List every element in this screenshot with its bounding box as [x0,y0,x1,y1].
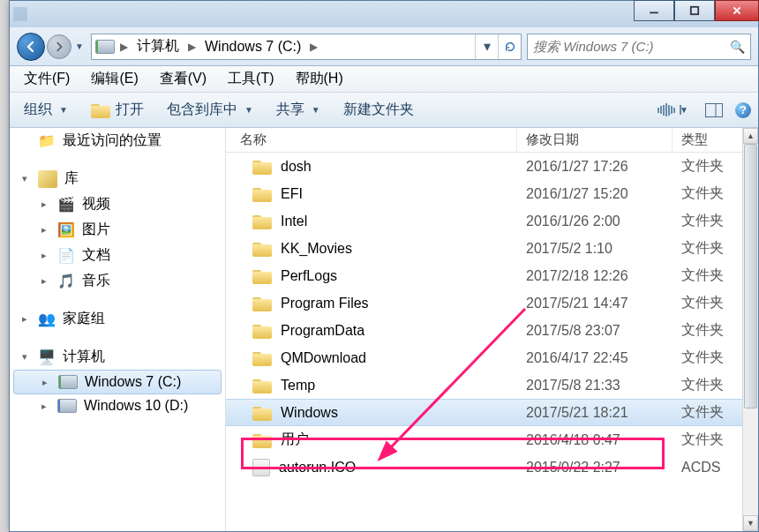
list-item[interactable]: 用户2016/4/18 0:47文件夹 [226,426,742,453]
list-item[interactable]: Windows2017/5/21 18:21文件夹 [226,399,742,426]
file-type: 文件夹 [673,239,742,258]
column-name[interactable]: 名称 [226,128,517,152]
file-name: KK_Movies [281,241,352,257]
chevron-right-icon[interactable]: ▸ [41,224,47,236]
sidebar-item-label: 文档 [82,246,110,265]
navigation-pane[interactable]: 📁 最近访问的位置 ▾ 库 ▸🎬视频 ▸🖼️图片 ▸📄文档 ▸🎵音乐 ▸ 👥 [10,128,226,531]
chevron-right-icon[interactable]: ▶ [118,41,130,53]
file-type: ACDS [673,460,742,476]
document-icon: 📄 [57,247,75,265]
video-icon: 🎬 [57,196,75,214]
menu-tools[interactable]: 工具(T) [219,67,282,91]
menu-edit[interactable]: 编辑(E) [82,67,147,91]
chevron-right-icon[interactable]: ▸ [41,275,47,287]
breadcrumb-computer[interactable]: 计算机 [130,34,186,59]
include-button[interactable]: 包含到库中▼ [160,97,260,123]
chevron-right-icon[interactable]: ▸ [41,250,47,261]
sidebar-item-label: 音乐 [82,272,110,290]
preview-pane-button[interactable] [705,101,723,119]
file-date: 2016/1/27 15:20 [517,186,673,202]
list-item[interactable]: Temp2017/5/8 21:33文件夹 [226,371,742,399]
sidebar-item-homegroup[interactable]: ▸ 👥 家庭组 [10,306,225,332]
sidebar-item-music[interactable]: ▸🎵音乐 [10,268,225,294]
sidebar-item-drive-c[interactable]: ▸Windows 7 (C:) [13,370,222,394]
address-dropdown[interactable]: ▾ [475,34,498,59]
list-item[interactable]: dosh2016/1/27 17:26文件夹 [226,153,742,180]
vertical-scrollbar[interactable]: ▲ ▼ [742,128,758,531]
chevron-right-icon[interactable]: ▸ [22,313,27,325]
list-item[interactable]: ProgramData2017/5/8 23:07文件夹 [226,317,742,344]
sidebar-item-videos[interactable]: ▸🎬视频 [10,191,225,217]
history-dropdown[interactable]: ▼ [73,34,86,59]
list-item[interactable]: Program Files2017/5/21 14:47文件夹 [226,289,742,317]
view-options[interactable]: ▼ [658,102,693,118]
system-icon [13,7,27,21]
chevron-down-icon[interactable]: ▾ [22,351,27,363]
search-icon: 🔍 [730,40,745,54]
drive-icon [57,399,77,413]
file-type: 文件夹 [673,294,742,312]
new-folder-button[interactable]: 新建文件夹 [336,97,421,123]
refresh-button[interactable] [498,34,521,59]
chevron-right-icon[interactable]: ▸ [41,401,47,412]
scroll-track[interactable] [743,144,758,515]
folder-icon [252,350,272,366]
sidebar-item-computer[interactable]: ▾ 🖥️ 计算机 [10,344,225,370]
search-input[interactable] [533,39,730,54]
search-box[interactable]: 🔍 [527,34,751,60]
file-type: 文件夹 [673,212,742,230]
minimize-button[interactable] [634,0,674,21]
chevron-right-icon[interactable]: ▶ [186,41,198,53]
list-item[interactable]: EFI2016/1/27 15:20文件夹 [226,180,742,207]
sidebar-item-documents[interactable]: ▸📄文档 [10,243,225,268]
chevron-right-icon[interactable]: ▸ [42,377,48,388]
list-body[interactable]: dosh2016/1/27 17:26文件夹EFI2016/1/27 15:20… [226,153,742,531]
command-bar: 组织▼ 打开 包含到库中▼ 共享▼ 新建文件夹 ▼ ? [10,93,758,128]
sidebar-item-libraries[interactable]: ▾ 库 [10,166,225,191]
svg-rect-1 [691,7,698,14]
drive-icon [58,375,78,389]
organize-button[interactable]: 组织▼ [17,97,75,123]
file-type: 文件夹 [673,266,742,285]
sidebar-item-label: 库 [64,169,79,188]
folder-icon [91,102,110,118]
menu-file[interactable]: 文件(F) [15,67,79,91]
computer-icon: 🖥️ [38,348,56,366]
folder-icon [252,432,272,448]
share-button[interactable]: 共享▼ [269,97,327,123]
maximize-button[interactable] [674,0,715,21]
file-name: Windows [281,405,338,421]
open-button[interactable]: 打开 [84,97,151,123]
close-button[interactable] [715,0,759,21]
file-date: 2016/1/27 17:26 [517,159,673,175]
address-bar[interactable]: ▶ 计算机 ▶ Windows 7 (C:) ▶ ▾ [91,34,522,60]
chevron-right-icon[interactable]: ▶ [308,41,319,53]
list-item[interactable]: autorun.ICO2015/0/22 2:27ACDS [226,453,742,481]
list-item[interactable]: QMDownload2016/4/17 22:45文件夹 [226,344,742,371]
sidebar-item-drive-d[interactable]: ▸Windows 10 (D:) [10,394,225,417]
list-item[interactable]: KK_Movies2017/5/2 1:10文件夹 [226,235,742,262]
breadcrumb-drive[interactable]: Windows 7 (C:) [198,34,308,59]
file-date: 2017/5/21 18:21 [517,405,673,421]
list-item[interactable]: PerfLogs2017/2/18 12:26文件夹 [226,262,742,289]
file-name: ProgramData [281,323,364,339]
list-item[interactable]: Intel2016/1/26 2:00文件夹 [226,207,742,235]
scroll-down-button[interactable]: ▼ [743,515,758,531]
titlebar [10,1,758,27]
sidebar-item-pictures[interactable]: ▸🖼️图片 [10,217,225,243]
file-date: 2017/5/8 23:07 [517,323,673,339]
svg-rect-4 [706,103,723,116]
sidebar-item-recent[interactable]: 📁 最近访问的位置 [10,128,225,154]
column-date[interactable]: 修改日期 [517,128,673,152]
help-button[interactable]: ? [735,102,751,118]
back-button[interactable] [17,33,45,61]
forward-button[interactable] [47,34,71,59]
menu-view[interactable]: 查看(V) [151,67,215,91]
file-date: 2017/5/2 1:10 [517,241,673,257]
menu-help[interactable]: 帮助(H) [287,67,352,91]
chevron-right-icon[interactable]: ▸ [41,199,47,210]
scroll-up-button[interactable]: ▲ [743,128,758,144]
chevron-down-icon[interactable]: ▾ [22,173,27,184]
scroll-thumb[interactable] [744,144,757,408]
folder-icon [252,268,272,284]
